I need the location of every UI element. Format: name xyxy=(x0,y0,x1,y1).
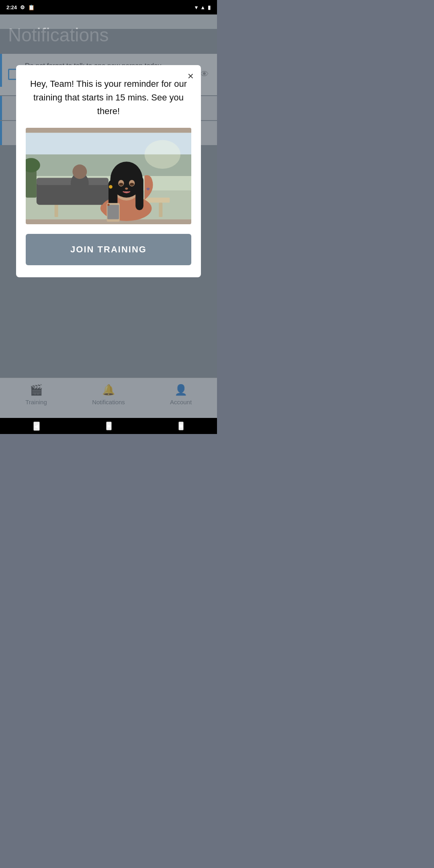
svg-point-19 xyxy=(125,188,128,190)
modal-close-button[interactable]: × xyxy=(188,71,194,81)
svg-point-17 xyxy=(119,183,123,186)
svg-point-25 xyxy=(72,165,87,179)
status-right: ▾ ▲ ▮ xyxy=(195,4,211,10)
battery-icon: ▮ xyxy=(208,4,211,10)
settings-icon: ⚙ xyxy=(20,4,25,10)
status-left: 2:24 ⚙ 📋 xyxy=(6,4,35,10)
svg-point-20 xyxy=(109,185,113,189)
back-button[interactable]: ◀ xyxy=(33,422,40,431)
signal-icon: ▲ xyxy=(200,4,205,10)
training-modal: × Hey, Team! This is your reminder for o… xyxy=(16,65,201,277)
time-display: 2:24 xyxy=(6,4,17,10)
modal-message: Hey, Team! This is your reminder for our… xyxy=(26,77,191,118)
home-button[interactable]: ● xyxy=(106,422,112,430)
join-training-button[interactable]: JOIN TRAINING xyxy=(26,234,191,265)
modal-image xyxy=(26,128,191,224)
svg-rect-26 xyxy=(26,169,37,198)
status-bar: 2:24 ⚙ 📋 ▾ ▲ ▮ xyxy=(0,0,217,14)
clipboard-icon: 📋 xyxy=(28,4,35,10)
training-image-svg xyxy=(26,128,191,224)
svg-rect-14 xyxy=(135,176,143,210)
background-page: Notifications Do not forget to talk to o… xyxy=(0,14,217,434)
modal-overlay: × Hey, Team! This is your reminder for o… xyxy=(0,29,217,434)
android-nav-bar: ◀ ● ■ xyxy=(0,418,217,434)
wifi-icon: ▾ xyxy=(195,4,198,10)
svg-rect-22 xyxy=(107,205,119,219)
svg-point-23 xyxy=(107,204,109,206)
svg-point-18 xyxy=(130,183,134,186)
svg-point-28 xyxy=(145,140,181,169)
svg-rect-6 xyxy=(159,203,162,217)
recent-button[interactable]: ■ xyxy=(178,422,184,430)
